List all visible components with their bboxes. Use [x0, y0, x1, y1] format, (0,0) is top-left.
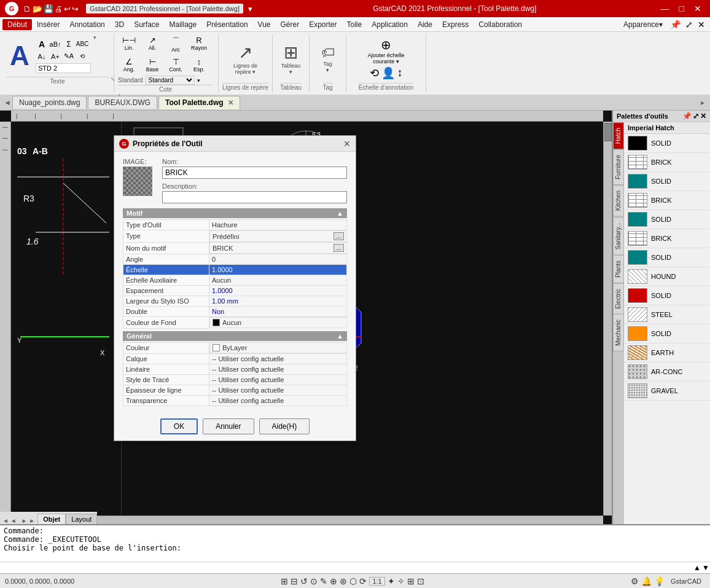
dropdown-arrow-icon[interactable]: ▾	[248, 4, 252, 14]
text-btn2[interactable]: A↓	[36, 51, 48, 62]
menu-pin-icon[interactable]: 📌	[668, 20, 683, 29]
nom-browse-btn[interactable]: ...	[334, 244, 343, 252]
cote-space-btn[interactable]: ↕Esp.	[188, 56, 210, 74]
palette-item-1[interactable]: BRICK	[624, 153, 710, 172]
palette-tab-kitchen[interactable]: Kitchen	[613, 185, 624, 216]
next-layout-btn[interactable]: ► ►	[19, 517, 38, 524]
close-btn[interactable]: ✕	[690, 4, 705, 14]
palette-item-10[interactable]: SOLID	[624, 324, 710, 343]
menu-apparence[interactable]: Apparence▾	[618, 19, 668, 30]
modal-dialog[interactable]: G Propriétés de l'Outil ✕ IMAGE: Nom: De…	[114, 135, 356, 441]
text-style-input[interactable]	[36, 63, 91, 73]
annuler-button[interactable]: Annuler	[203, 418, 254, 434]
palette-item-5[interactable]: BRICK	[624, 229, 710, 248]
description-input[interactable]	[162, 191, 347, 203]
canvas-vscroll[interactable]	[603, 122, 612, 515]
palette-item-13[interactable]: GRAVEL	[624, 382, 710, 401]
prev-layout-btn[interactable]: ◄ ◄	[0, 517, 19, 524]
status-light-icon[interactable]: 💡	[654, 576, 665, 586]
menu-close-icon[interactable]: ✕	[695, 20, 708, 29]
redo-btn[interactable]: ↪	[72, 4, 79, 14]
text-format-btn[interactable]: aB↑	[49, 39, 61, 50]
minimize-btn[interactable]: —	[657, 4, 673, 14]
cmd-scroll-up[interactable]: ▲	[693, 562, 701, 573]
tab-scroll-left[interactable]: ◄	[2, 98, 12, 107]
echelle-btn3[interactable]: ↕	[397, 66, 403, 80]
text-symbol-btn[interactable]: Σ	[63, 39, 75, 50]
status-icon-osnap[interactable]: ✎	[320, 576, 327, 586]
palette-item-2[interactable]: SOLID	[624, 172, 710, 191]
cote-lineaire-btn[interactable]: ⊢⊣Lin.	[118, 34, 140, 54]
status-icon-lw[interactable]: ⬡	[349, 576, 357, 586]
menu-inserer[interactable]: Insérer	[32, 19, 64, 30]
tableau-btn[interactable]: ⊞ Tableau▾	[281, 34, 301, 83]
cote-angle-btn[interactable]: ∠Ang.	[118, 56, 140, 74]
menu-annotation[interactable]: Annotation	[64, 19, 109, 30]
status-icon-annot1[interactable]: ✦	[388, 576, 395, 586]
tab-close-icon[interactable]: ✕	[228, 99, 233, 106]
menu-exporter[interactable]: Exporter	[304, 19, 341, 30]
cmd-scroll-down[interactable]: ▼	[701, 562, 710, 573]
menu-3d[interactable]: 3D	[110, 19, 129, 30]
palette-item-9[interactable]: STEEL	[624, 305, 710, 324]
status-icon-ortho[interactable]: ↺	[300, 576, 308, 586]
palette-float-icon[interactable]: ⤢	[693, 112, 699, 120]
palette-item-12[interactable]: AR-CONC	[624, 363, 710, 382]
palette-pin-icon[interactable]: 📌	[682, 112, 692, 120]
palette-tab-plants[interactable]: Plants	[613, 255, 624, 283]
menu-debut[interactable]: Début	[2, 19, 32, 30]
table-row-echelle[interactable]: Échelle 1.0000	[123, 265, 347, 275]
lignes-repere-btn[interactable]: ↗ Lignes derepère ▾	[233, 34, 257, 83]
palette-item-0[interactable]: SOLID	[624, 134, 710, 153]
open-btn[interactable]: 📂	[33, 4, 42, 14]
status-icon-otrack[interactable]: ⊕	[330, 576, 337, 586]
text-btn3[interactable]: A+	[49, 51, 61, 62]
tab-nuage-points[interactable]: Nuage_points.dwg	[12, 96, 87, 109]
cote-rayon-btn[interactable]: RRayon	[188, 34, 210, 54]
canvas-hscroll[interactable]	[11, 515, 603, 524]
vscroll-thumb[interactable]	[604, 123, 612, 141]
text-abc-btn[interactable]: ABC	[76, 39, 88, 50]
name-input[interactable]	[162, 167, 347, 179]
menu-presentation[interactable]: Présentation	[201, 19, 252, 30]
status-icon-snap[interactable]: ⊟	[291, 576, 298, 586]
aide-button[interactable]: Aide(H)	[259, 418, 310, 434]
type-browse-btn[interactable]: ...	[334, 232, 343, 240]
menu-float-icon[interactable]: ⤢	[683, 20, 695, 29]
print-btn[interactable]: 🖨	[55, 4, 63, 14]
menu-maillage[interactable]: Maillage	[164, 19, 201, 30]
palette-item-7[interactable]: HOUND	[624, 267, 710, 286]
palette-close-icon[interactable]: ✕	[700, 112, 706, 120]
palette-tab-hatch[interactable]: Hatch	[613, 122, 624, 149]
status-icon-model[interactable]: ⟳	[359, 576, 367, 586]
ok-button[interactable]: OK	[160, 418, 198, 434]
menu-aide[interactable]: Aide	[413, 19, 437, 30]
palette-tab-electric[interactable]: Electric	[613, 283, 624, 315]
menu-express[interactable]: Express	[437, 19, 474, 30]
section-motif-collapse[interactable]: ▲	[337, 210, 343, 217]
status-notify-icon[interactable]: 🔔	[641, 576, 652, 586]
text-btn5[interactable]: ⟲	[76, 51, 88, 62]
ajouter-echelle-btn[interactable]: ⊕ Ajouter échellecourante ▾	[368, 37, 405, 65]
palette-item-4[interactable]: SOLID	[624, 210, 710, 229]
tab-objet[interactable]: Objet	[37, 514, 66, 524]
echelle-btn1[interactable]: ⟲	[370, 66, 379, 80]
status-icon-polar[interactable]: ⊙	[310, 576, 318, 586]
menu-application[interactable]: Application	[367, 19, 413, 30]
palette-item-3[interactable]: BRICK	[624, 191, 710, 210]
command-input[interactable]	[0, 562, 693, 573]
status-icon-annot2[interactable]: ✧	[397, 576, 405, 586]
menu-surface[interactable]: Surface	[129, 19, 164, 30]
status-icon-grid[interactable]: ⊞	[281, 576, 288, 586]
tag-btn[interactable]: 🏷 Tag▾	[321, 34, 335, 83]
menu-gerer[interactable]: Gérer	[275, 19, 304, 30]
save-btn[interactable]: 💾	[44, 4, 53, 14]
palette-item-11[interactable]: EARTH	[624, 343, 710, 363]
tab-bureaux[interactable]: BUREAUX.DWG	[88, 96, 157, 109]
scale-display[interactable]: 1:1	[369, 577, 384, 586]
cote-aligne-btn[interactable]: ↗Ali.	[141, 34, 163, 54]
palette-tab-sanitary[interactable]: Sanitary...	[613, 217, 624, 255]
status-settings-icon[interactable]: ⚙	[631, 576, 639, 586]
text-style-btn[interactable]: A	[36, 39, 48, 50]
echelle-btn2[interactable]: 👤	[381, 66, 395, 80]
